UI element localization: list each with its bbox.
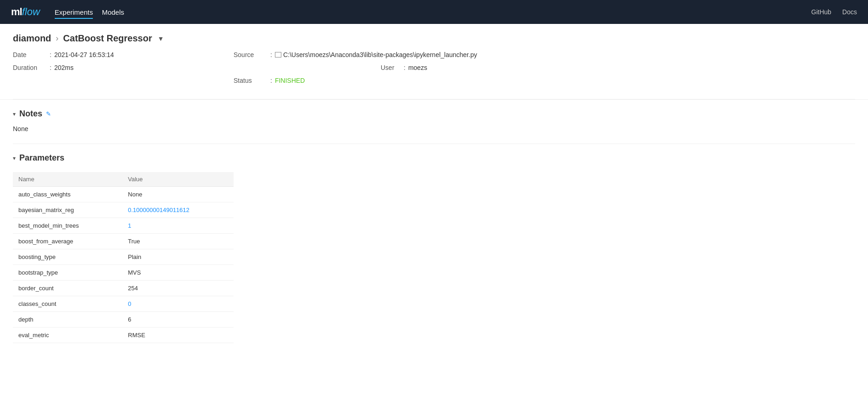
notes-title: Notes (19, 109, 42, 119)
source-row: Source : C:\Users\moezs\Anaconda3\lib\si… (234, 51, 855, 58)
notes-content: None (13, 123, 855, 136)
duration-row: Duration : 202ms (13, 64, 234, 71)
meta-right: Source : C:\Users\moezs\Anaconda3\lib\si… (234, 51, 855, 90)
param-value: 6 (122, 312, 234, 328)
table-row: eval_metricRMSE (13, 328, 234, 343)
table-row: boosting_typePlain (13, 249, 234, 265)
param-name: best_model_min_trees (13, 218, 122, 234)
parameters-table: Name Value auto_class_weightsNonebayesia… (13, 172, 234, 343)
docs-link[interactable]: Docs (842, 8, 857, 16)
header-right: GitHub Docs (811, 8, 857, 16)
notes-collapse-arrow: ▾ (13, 111, 16, 117)
date-label: Date (13, 51, 50, 58)
table-row: bayesian_matrix_reg0.10000000149011612 (13, 202, 234, 218)
param-value: 1 (122, 218, 234, 234)
table-row: boost_from_averageTrue (13, 234, 234, 249)
app-header: mlflow Experiments Models GitHub Docs (0, 0, 868, 24)
parameters-title: Parameters (19, 153, 64, 163)
table-header-row: Name Value (13, 172, 234, 187)
nav-experiments[interactable]: Experiments (55, 6, 93, 19)
param-name: classes_count (13, 296, 122, 312)
table-row: best_model_min_trees1 (13, 218, 234, 234)
breadcrumb-parent[interactable]: diamond (13, 33, 51, 44)
breadcrumb-separator: › (56, 34, 58, 43)
duration-value: 202ms (54, 64, 74, 71)
col-name-header: Name (13, 172, 122, 187)
logo-ml: ml (11, 6, 22, 18)
source-value: C:\Users\moezs\Anaconda3\lib\site-packag… (275, 51, 477, 58)
param-name: boost_from_average (13, 234, 122, 249)
parameters-collapse-arrow: ▾ (13, 155, 16, 161)
breadcrumb-dropdown-arrow[interactable]: ▼ (158, 35, 164, 42)
status-value: FINISHED (275, 77, 305, 84)
user-row: User : moezs (234, 64, 855, 71)
param-value: True (122, 234, 234, 249)
main-nav: Experiments Models (55, 8, 124, 16)
meta-section: Date : 2021-04-27 16:53:14 Duration : 20… (0, 51, 868, 99)
table-row: classes_count0 (13, 296, 234, 312)
status-row: Status : FINISHED (234, 77, 855, 84)
date-row: Date : 2021-04-27 16:53:14 (13, 51, 234, 58)
meta-left: Date : 2021-04-27 16:53:14 Duration : 20… (13, 51, 234, 90)
param-name: border_count (13, 281, 122, 296)
breadcrumb: diamond › CatBoost Regressor ▼ (0, 24, 868, 51)
table-row: bootstrap_typeMVS (13, 265, 234, 281)
breadcrumb-current: CatBoost Regressor (63, 33, 152, 44)
param-value: 0.10000000149011612 (122, 202, 234, 218)
parameters-header[interactable]: ▾ Parameters (13, 148, 855, 167)
param-name: bayesian_matrix_reg (13, 202, 122, 218)
col-value-header: Value (122, 172, 234, 187)
user-label: User (381, 64, 404, 71)
nav-models[interactable]: Models (102, 6, 124, 18)
date-value: 2021-04-27 16:53:14 (54, 51, 114, 58)
param-value: Plain (122, 249, 234, 265)
duration-label: Duration (13, 64, 50, 71)
param-name: boosting_type (13, 249, 122, 265)
status-label: Status (234, 77, 270, 84)
table-row: depth6 (13, 312, 234, 328)
param-value: None (122, 187, 234, 202)
notes-section: ▾ Notes ✎ None (0, 99, 868, 144)
user-value: moezs (408, 64, 427, 71)
logo-flow: flow (22, 6, 40, 18)
param-name: eval_metric (13, 328, 122, 343)
table-row: border_count254 (13, 281, 234, 296)
source-file-icon (275, 52, 281, 58)
param-name: bootstrap_type (13, 265, 122, 281)
param-value: RMSE (122, 328, 234, 343)
param-value: MVS (122, 265, 234, 281)
logo[interactable]: mlflow (11, 6, 40, 18)
notes-header[interactable]: ▾ Notes ✎ (13, 104, 855, 123)
notes-edit-icon[interactable]: ✎ (46, 110, 51, 117)
source-label: Source (234, 51, 270, 58)
param-value: 0 (122, 296, 234, 312)
param-name: auto_class_weights (13, 187, 122, 202)
github-link[interactable]: GitHub (811, 8, 832, 16)
header-left: mlflow Experiments Models (11, 6, 124, 18)
parameters-section: ▾ Parameters Name Value auto_class_weigh… (0, 144, 868, 351)
table-row: auto_class_weightsNone (13, 187, 234, 202)
param-name: depth (13, 312, 122, 328)
param-value: 254 (122, 281, 234, 296)
